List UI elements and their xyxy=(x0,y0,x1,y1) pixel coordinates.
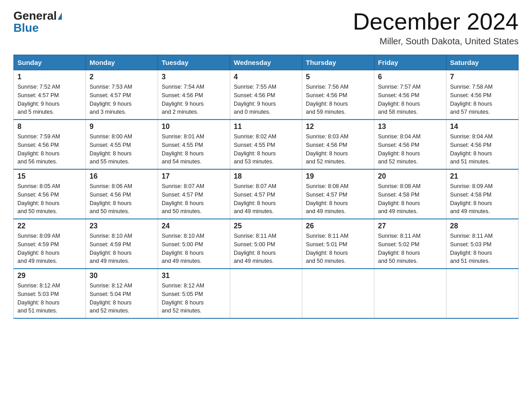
calendar-cell xyxy=(446,269,519,318)
calendar-table: Sunday Monday Tuesday Wednesday Thursday… xyxy=(13,55,519,319)
day-info: Sunrise: 7:55 AMSunset: 4:56 PMDaylight:… xyxy=(234,83,298,116)
day-number: 6 xyxy=(378,73,442,81)
day-number: 10 xyxy=(162,123,226,131)
calendar-week-row: 1Sunrise: 7:52 AMSunset: 4:57 PMDaylight… xyxy=(14,70,519,120)
calendar-week-row: 15Sunrise: 8:05 AMSunset: 4:56 PMDayligh… xyxy=(14,169,519,219)
calendar-cell: 31Sunrise: 8:12 AMSunset: 5:05 PMDayligh… xyxy=(158,269,230,318)
calendar-cell: 7Sunrise: 7:58 AMSunset: 4:56 PMDaylight… xyxy=(446,70,519,120)
day-info: Sunrise: 8:10 AMSunset: 4:59 PMDaylight:… xyxy=(90,232,154,265)
day-info: Sunrise: 8:08 AMSunset: 4:57 PMDaylight:… xyxy=(306,182,370,216)
calendar-cell: 22Sunrise: 8:09 AMSunset: 4:59 PMDayligh… xyxy=(14,219,86,269)
day-number: 22 xyxy=(17,222,82,230)
calendar-week-row: 22Sunrise: 8:09 AMSunset: 4:59 PMDayligh… xyxy=(14,219,519,269)
calendar-cell: 5Sunrise: 7:56 AMSunset: 4:56 PMDaylight… xyxy=(302,70,374,120)
day-info: Sunrise: 8:07 AMSunset: 4:57 PMDaylight:… xyxy=(162,182,226,216)
calendar-cell: 21Sunrise: 8:09 AMSunset: 4:58 PMDayligh… xyxy=(446,169,519,219)
calendar-cell: 14Sunrise: 8:04 AMSunset: 4:56 PMDayligh… xyxy=(446,120,519,169)
day-info: Sunrise: 8:08 AMSunset: 4:58 PMDaylight:… xyxy=(378,182,442,216)
calendar-cell: 23Sunrise: 8:10 AMSunset: 4:59 PMDayligh… xyxy=(86,219,158,269)
day-info: Sunrise: 7:58 AMSunset: 4:56 PMDaylight:… xyxy=(450,83,515,116)
day-number: 18 xyxy=(234,172,298,180)
day-number: 20 xyxy=(378,172,442,180)
day-number: 15 xyxy=(17,172,82,180)
calendar-cell: 25Sunrise: 8:11 AMSunset: 5:00 PMDayligh… xyxy=(230,219,302,269)
day-info: Sunrise: 8:00 AMSunset: 4:55 PMDaylight:… xyxy=(90,133,154,166)
calendar-cell: 17Sunrise: 8:07 AMSunset: 4:57 PMDayligh… xyxy=(158,169,230,219)
day-number: 8 xyxy=(17,123,82,131)
header-row: Sunday Monday Tuesday Wednesday Thursday… xyxy=(14,55,519,70)
day-info: Sunrise: 7:53 AMSunset: 4:57 PMDaylight:… xyxy=(90,83,154,116)
calendar-cell: 6Sunrise: 7:57 AMSunset: 4:56 PMDaylight… xyxy=(374,70,446,120)
calendar-cell: 9Sunrise: 8:00 AMSunset: 4:55 PMDaylight… xyxy=(86,120,158,169)
day-number: 30 xyxy=(90,272,154,280)
day-info: Sunrise: 8:12 AMSunset: 5:03 PMDaylight:… xyxy=(17,282,82,315)
day-info: Sunrise: 8:02 AMSunset: 4:55 PMDaylight:… xyxy=(234,133,298,166)
calendar-week-row: 29Sunrise: 8:12 AMSunset: 5:03 PMDayligh… xyxy=(14,269,519,318)
page-header: General Blue December 2024 Miller, South… xyxy=(13,9,519,47)
calendar-week-row: 8Sunrise: 7:59 AMSunset: 4:56 PMDaylight… xyxy=(14,120,519,169)
day-info: Sunrise: 8:09 AMSunset: 4:59 PMDaylight:… xyxy=(17,232,82,265)
day-info: Sunrise: 8:11 AMSunset: 5:01 PMDaylight:… xyxy=(306,232,370,265)
calendar-cell: 28Sunrise: 8:11 AMSunset: 5:03 PMDayligh… xyxy=(446,219,519,269)
day-number: 28 xyxy=(450,222,515,230)
calendar-cell: 20Sunrise: 8:08 AMSunset: 4:58 PMDayligh… xyxy=(374,169,446,219)
day-info: Sunrise: 8:11 AMSunset: 5:00 PMDaylight:… xyxy=(234,232,298,265)
location-text: Miller, South Dakota, United States xyxy=(353,36,519,47)
calendar-cell: 18Sunrise: 8:07 AMSunset: 4:57 PMDayligh… xyxy=(230,169,302,219)
day-info: Sunrise: 8:12 AMSunset: 5:05 PMDaylight:… xyxy=(162,282,226,315)
day-number: 7 xyxy=(450,73,515,81)
day-number: 11 xyxy=(234,123,298,131)
day-number: 17 xyxy=(162,172,226,180)
calendar-cell: 29Sunrise: 8:12 AMSunset: 5:03 PMDayligh… xyxy=(14,269,86,318)
title-block: December 2024 Miller, South Dakota, Unit… xyxy=(353,9,519,47)
day-info: Sunrise: 8:10 AMSunset: 5:00 PMDaylight:… xyxy=(162,232,226,265)
calendar-cell: 15Sunrise: 8:05 AMSunset: 4:56 PMDayligh… xyxy=(14,169,86,219)
logo-triangle-icon xyxy=(58,13,62,20)
month-title: December 2024 xyxy=(353,9,519,34)
calendar-cell xyxy=(302,269,374,318)
calendar-cell: 24Sunrise: 8:10 AMSunset: 5:00 PMDayligh… xyxy=(158,219,230,269)
calendar-cell: 1Sunrise: 7:52 AMSunset: 4:57 PMDaylight… xyxy=(14,70,86,120)
day-number: 26 xyxy=(306,222,370,230)
day-number: 5 xyxy=(306,73,370,81)
day-number: 29 xyxy=(17,272,82,280)
day-number: 23 xyxy=(90,222,154,230)
calendar-cell: 26Sunrise: 8:11 AMSunset: 5:01 PMDayligh… xyxy=(302,219,374,269)
day-info: Sunrise: 7:59 AMSunset: 4:56 PMDaylight:… xyxy=(17,133,82,166)
day-info: Sunrise: 7:56 AMSunset: 4:56 PMDaylight:… xyxy=(306,83,370,116)
day-number: 3 xyxy=(162,73,226,81)
calendar-cell: 11Sunrise: 8:02 AMSunset: 4:55 PMDayligh… xyxy=(230,120,302,169)
calendar-cell: 2Sunrise: 7:53 AMSunset: 4:57 PMDaylight… xyxy=(86,70,158,120)
day-info: Sunrise: 8:06 AMSunset: 4:56 PMDaylight:… xyxy=(90,182,154,216)
col-thursday: Thursday xyxy=(302,55,374,70)
day-info: Sunrise: 8:11 AMSunset: 5:02 PMDaylight:… xyxy=(378,232,442,265)
day-number: 12 xyxy=(306,123,370,131)
day-number: 31 xyxy=(162,272,226,280)
calendar-cell xyxy=(230,269,302,318)
calendar-cell: 13Sunrise: 8:04 AMSunset: 4:56 PMDayligh… xyxy=(374,120,446,169)
col-friday: Friday xyxy=(374,55,446,70)
calendar-cell: 4Sunrise: 7:55 AMSunset: 4:56 PMDaylight… xyxy=(230,70,302,120)
day-info: Sunrise: 8:07 AMSunset: 4:57 PMDaylight:… xyxy=(234,182,298,216)
day-info: Sunrise: 8:11 AMSunset: 5:03 PMDaylight:… xyxy=(450,232,515,265)
calendar-header: Sunday Monday Tuesday Wednesday Thursday… xyxy=(14,55,519,70)
day-info: Sunrise: 7:54 AMSunset: 4:56 PMDaylight:… xyxy=(162,83,226,116)
day-number: 4 xyxy=(234,73,298,81)
col-saturday: Saturday xyxy=(446,55,519,70)
day-info: Sunrise: 8:04 AMSunset: 4:56 PMDaylight:… xyxy=(450,133,515,166)
day-info: Sunrise: 8:05 AMSunset: 4:56 PMDaylight:… xyxy=(17,182,82,216)
day-info: Sunrise: 7:52 AMSunset: 4:57 PMDaylight:… xyxy=(17,83,82,116)
calendar-cell: 19Sunrise: 8:08 AMSunset: 4:57 PMDayligh… xyxy=(302,169,374,219)
calendar-cell xyxy=(374,269,446,318)
day-number: 25 xyxy=(234,222,298,230)
day-number: 19 xyxy=(306,172,370,180)
day-info: Sunrise: 8:12 AMSunset: 5:04 PMDaylight:… xyxy=(90,282,154,315)
calendar-cell: 16Sunrise: 8:06 AMSunset: 4:56 PMDayligh… xyxy=(86,169,158,219)
day-number: 27 xyxy=(378,222,442,230)
calendar-body: 1Sunrise: 7:52 AMSunset: 4:57 PMDaylight… xyxy=(14,70,519,319)
calendar-cell: 30Sunrise: 8:12 AMSunset: 5:04 PMDayligh… xyxy=(86,269,158,318)
col-sunday: Sunday xyxy=(14,55,86,70)
day-number: 16 xyxy=(90,172,154,180)
day-number: 1 xyxy=(17,73,82,81)
calendar-cell: 10Sunrise: 8:01 AMSunset: 4:55 PMDayligh… xyxy=(158,120,230,169)
